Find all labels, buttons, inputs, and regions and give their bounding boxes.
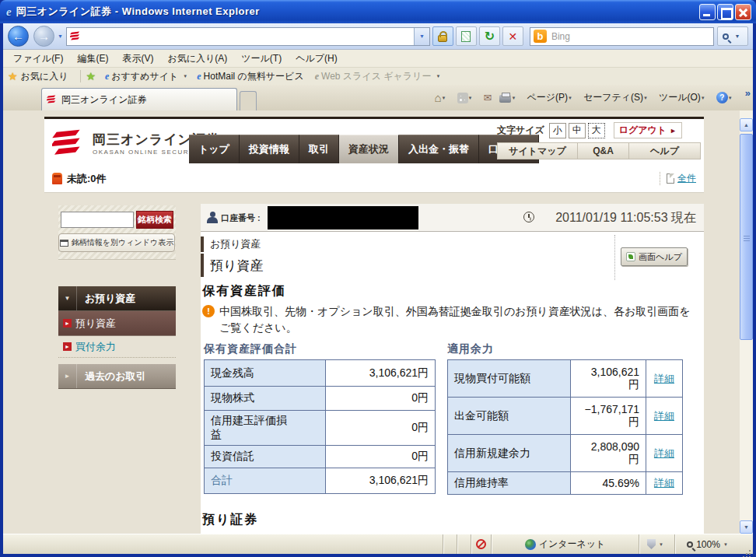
- menu-view[interactable]: 表示(V): [115, 51, 160, 67]
- status-bar: インターネット ▼ 100% ▼: [3, 534, 753, 554]
- margin-table: 現物買付可能額3,106,621 円詳細 出金可能額−1,767,171 円詳細…: [447, 359, 683, 495]
- fav-web-slice[interactable]: Web スライス ギャラリー: [321, 70, 431, 83]
- font-size-medium-button[interactable]: 中: [569, 123, 586, 138]
- account-number-label: 口座番号 :: [221, 212, 261, 224]
- sidebar-item-deposit-assets[interactable]: ► 預り資産: [58, 311, 176, 336]
- menu-edit[interactable]: 編集(E): [70, 51, 115, 67]
- all-messages-link[interactable]: 全件: [677, 172, 696, 185]
- font-size-large-button[interactable]: 大: [588, 123, 605, 138]
- ie-logo-icon: e: [6, 5, 12, 19]
- mailbox-icon: [52, 173, 62, 184]
- favorites-bar: ★ お気に入り ★ e おすすめサイト ▼ e HotMail の無料サービス …: [3, 68, 753, 85]
- scroll-up-button[interactable]: ▲: [740, 118, 753, 131]
- refresh-button[interactable]: ↻: [479, 26, 500, 46]
- internet-zone-icon: [525, 539, 536, 550]
- sidebar-section-assets[interactable]: ▼ お預り資産: [58, 286, 176, 311]
- stock-search-input[interactable]: [61, 212, 134, 228]
- sitemap-button[interactable]: サイトマップ: [497, 142, 578, 159]
- stock-search-button[interactable]: 銘柄検索: [136, 211, 173, 229]
- zoom-icon: [687, 541, 693, 548]
- add-favorite-icon[interactable]: ★: [86, 70, 96, 82]
- more-commands-chevron[interactable]: »: [743, 87, 753, 99]
- zoom-cell[interactable]: 100% ▼: [674, 534, 743, 554]
- table-row: 信用維持率45.69%詳細: [448, 472, 683, 495]
- detail-link[interactable]: 詳細: [654, 410, 674, 422]
- menu-favorites[interactable]: お気に入り(A): [160, 51, 234, 67]
- detail-link[interactable]: 詳細: [654, 373, 674, 384]
- status-cell: [457, 534, 471, 554]
- row-label: 合計: [205, 468, 326, 494]
- table-row-total: 合計3,106,621円: [205, 468, 436, 494]
- tab-okasan[interactable]: 岡三オンライン証券: [41, 88, 237, 110]
- logout-button[interactable]: ログアウト ►: [614, 122, 682, 138]
- favorites-button[interactable]: お気に入り: [21, 70, 68, 83]
- nav-deposit-transfer[interactable]: 入出金・振替: [399, 135, 479, 163]
- blocked-icon: [476, 539, 486, 549]
- close-button[interactable]: [735, 4, 751, 20]
- document-icon: [667, 173, 674, 184]
- back-button[interactable]: ←: [8, 26, 29, 47]
- mail-icon: ✉: [484, 92, 492, 103]
- menu-help[interactable]: ヘルプ(H): [289, 51, 345, 67]
- section-title: 保有資産評価: [202, 283, 286, 300]
- popup-button-label: 銘柄情報を別ウィンドウ表示: [72, 237, 173, 248]
- fav-hotmail[interactable]: HotMail の無料サービス: [204, 70, 304, 83]
- title-bar: e 岡三オンライン証券 - Windows Internet Explorer: [0, 0, 756, 23]
- nav-asset-status[interactable]: 資産状況: [339, 135, 399, 163]
- table-row: 現物株式0円: [205, 387, 436, 411]
- feeds-button[interactable]: ▼: [453, 89, 480, 107]
- maximize-button[interactable]: [717, 4, 733, 20]
- stop-button[interactable]: ✕: [502, 26, 523, 46]
- help-button[interactable]: ヘルプ: [629, 142, 701, 159]
- security-zone-cell[interactable]: インターネット: [491, 534, 639, 554]
- search-placeholder[interactable]: Bing: [551, 31, 570, 42]
- search-box[interactable]: b Bing: [530, 27, 714, 46]
- safety-menu-button[interactable]: セーフティ(S)▼: [579, 89, 655, 107]
- forward-button[interactable]: →: [33, 26, 54, 47]
- screen-help-button[interactable]: 画面ヘルプ: [621, 247, 688, 266]
- nav-trade[interactable]: 取引: [299, 135, 339, 163]
- chevron-down-icon: ▼: [568, 96, 572, 100]
- popup-blocker-cell[interactable]: [471, 534, 491, 554]
- account-number-redacted: [268, 206, 418, 229]
- sidebar-section-history[interactable]: ► 過去のお取引: [58, 364, 176, 389]
- user-icon: [207, 212, 218, 224]
- triangle-down-icon: ▼: [58, 286, 77, 310]
- address-dropdown-icon[interactable]: ▼: [414, 28, 429, 45]
- font-size-small-button[interactable]: 小: [549, 123, 566, 138]
- compatibility-icon: [461, 31, 471, 42]
- smartscreen-cell[interactable]: ▼: [639, 534, 674, 554]
- resize-grip[interactable]: [743, 534, 753, 554]
- scroll-down-button[interactable]: ▼: [740, 520, 753, 534]
- valuation-table-title: 保有資産評価合計: [204, 342, 297, 356]
- table-row: 現物買付可能額3,106,621 円詳細: [448, 360, 683, 398]
- home-button[interactable]: ⌂▼: [431, 89, 453, 107]
- compatibility-view-button[interactable]: [456, 26, 477, 46]
- stock-info-popup-button[interactable]: 銘柄情報を別ウィンドウ表示: [58, 233, 175, 252]
- search-go-button[interactable]: ▼: [717, 26, 748, 46]
- detail-link[interactable]: 詳細: [654, 447, 674, 459]
- history-dropdown-icon[interactable]: ▼: [58, 33, 63, 39]
- nav-invest-info[interactable]: 投資情報: [240, 135, 299, 163]
- address-bar[interactable]: ▼: [66, 27, 430, 46]
- search-dropdown-icon[interactable]: ▼: [735, 33, 740, 39]
- vertical-scrollbar[interactable]: ▲ ▼: [740, 110, 753, 534]
- security-lock-button[interactable]: [432, 26, 453, 46]
- command-bar: ⌂▼ ▼ ✉ ▼ ページ(P)▼ セーフティ(S)▼ ツール(O)▼ ?▼: [431, 85, 743, 110]
- help-menu-button[interactable]: ?▼: [712, 89, 740, 107]
- fav-suggested-sites[interactable]: おすすめサイト: [111, 70, 178, 83]
- print-button[interactable]: ▼: [495, 89, 523, 107]
- scrollbar-thumb[interactable]: [740, 134, 753, 340]
- menu-file[interactable]: ファイル(F): [6, 51, 70, 67]
- tools-menu-button[interactable]: ツール(O)▼: [655, 89, 712, 107]
- sidebar-item-buying-power[interactable]: ► 買付余力: [58, 336, 176, 358]
- menu-tools[interactable]: ツール(T): [234, 51, 289, 67]
- nav-top[interactable]: トップ: [189, 135, 240, 163]
- read-mail-button[interactable]: ✉: [480, 89, 496, 107]
- favorites-star-icon: ★: [8, 70, 18, 82]
- page-menu-button[interactable]: ページ(P)▼: [523, 89, 579, 107]
- detail-link[interactable]: 詳細: [654, 477, 674, 489]
- minimize-button[interactable]: [699, 4, 716, 20]
- qa-button[interactable]: Q&A: [578, 142, 629, 159]
- triangle-right-icon: ►: [63, 342, 72, 351]
